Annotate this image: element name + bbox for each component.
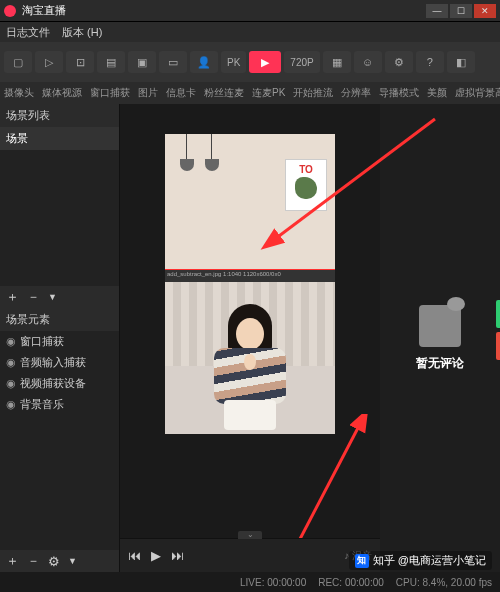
poster-decoration: TO: [285, 159, 327, 211]
source-item[interactable]: ◉音频输入捕获: [0, 352, 119, 373]
menu-file[interactable]: 日志文件: [6, 25, 50, 40]
card-icon[interactable]: ▭: [159, 51, 187, 73]
remove-source-button[interactable]: －: [27, 552, 40, 570]
lamp-decoration-icon: [205, 134, 219, 174]
pk-button[interactable]: PK: [221, 51, 246, 73]
live-status: LIVE: 00:00:00: [240, 577, 306, 588]
next-button[interactable]: ⏭: [171, 548, 184, 563]
user-icon[interactable]: 👤: [190, 51, 218, 73]
image-icon[interactable]: ▣: [128, 51, 156, 73]
add-source-button[interactable]: ＋: [6, 552, 19, 570]
source-item[interactable]: ◉视频捕获设备: [0, 373, 119, 394]
main-area: 场景列表 场景 ＋ － ▼ 场景元素 ◉窗口捕获 ◉音频输入捕获 ◉视频捕获设备…: [0, 104, 500, 572]
visibility-icon[interactable]: ◉: [6, 356, 16, 369]
playback-bar: ⌄ ⏮ ▶ ⏭ ♪ 混音: [120, 538, 380, 572]
collapse-icon[interactable]: ⌄: [238, 531, 262, 539]
remove-scene-button[interactable]: －: [27, 288, 40, 306]
tb-label: 媒体视源: [42, 86, 82, 100]
toolbar-labels-row: 摄像头 媒体视源 窗口捕获 图片 信息卡 粉丝连麦 连麦PK 开始推流 分辨率 …: [0, 82, 500, 104]
scenes-panel-title: 场景列表: [0, 104, 119, 127]
beauty-icon[interactable]: ☺: [354, 51, 382, 73]
source-settings-button[interactable]: ⚙: [48, 554, 60, 569]
tb-label: 虚拟背景高级设置: [455, 86, 500, 100]
resolution-button[interactable]: 720P: [284, 51, 319, 73]
toolbar: ▢ ▷ ⊡ ▤ ▣ ▭ 👤 PK ▶ 720P ▦ ☺ ⚙ ? ◧: [0, 42, 500, 82]
tb-label: 窗口捕获: [90, 86, 130, 100]
tb-label: 图片: [138, 86, 158, 100]
window-buttons: — ☐ ✕: [426, 4, 496, 18]
left-sidebar: 场景列表 场景 ＋ － ▼ 场景元素 ◉窗口捕获 ◉音频输入捕获 ◉视频捕获设备…: [0, 104, 120, 572]
preview-bottom-region: [165, 282, 335, 434]
menu-version[interactable]: 版本 (H): [62, 25, 102, 40]
cpu-status: CPU: 8.4%, 20.00 fps: [396, 577, 492, 588]
prev-button[interactable]: ⏮: [128, 548, 141, 563]
layer-icon[interactable]: ▤: [97, 51, 125, 73]
source-item[interactable]: ◉背景音乐: [0, 394, 119, 415]
play-button[interactable]: ▶: [151, 548, 161, 563]
camera-icon[interactable]: ▢: [4, 51, 32, 73]
leaf-icon: [295, 177, 317, 199]
source-controls: ＋ － ⚙ ▼: [0, 550, 119, 572]
status-bar: LIVE: 00:00:00 REC: 00:00:00 CPU: 8.4%, …: [0, 572, 500, 592]
scenes-list: 场景: [0, 127, 119, 150]
visibility-icon[interactable]: ◉: [6, 377, 16, 390]
stream-preview[interactable]: TO add_subtract_en.jpg 1:1040 1120x600/0…: [165, 134, 335, 434]
preview-area: TO add_subtract_en.jpg 1:1040 1120x600/0…: [120, 104, 380, 572]
source-info-label: add_subtract_en.jpg 1:1040 1120x600/0x0: [165, 270, 335, 282]
sources-list: ◉窗口捕获 ◉音频输入捕获 ◉视频捕获设备 ◉背景音乐: [0, 331, 119, 415]
no-comments-text: 暂无评论: [416, 355, 464, 372]
visibility-icon[interactable]: ◉: [6, 398, 16, 411]
window-title: 淘宝直播: [22, 3, 426, 18]
start-stream-button[interactable]: ▶: [249, 51, 281, 73]
source-item[interactable]: ◉窗口捕获: [0, 331, 119, 352]
lamp-decoration-icon: [180, 134, 194, 174]
titlebar: 淘宝直播 — ☐ ✕: [0, 0, 500, 22]
person-figure: [210, 304, 290, 434]
tb-label: 摄像头: [4, 86, 34, 100]
preview-top-region: TO: [165, 134, 335, 269]
tb-label: 信息卡: [166, 86, 196, 100]
settings-icon[interactable]: ⚙: [385, 51, 413, 73]
zhihu-watermark: 知 知乎 @电商运营小笔记: [349, 551, 492, 570]
tb-label: 粉丝连麦: [204, 86, 244, 100]
minimize-button[interactable]: —: [426, 4, 448, 18]
menu-bar: 日志文件 版本 (H): [0, 22, 500, 42]
comments-panel: 暂无评论: [380, 104, 500, 572]
director-icon[interactable]: ▦: [323, 51, 351, 73]
app-logo-icon: [4, 5, 16, 17]
add-scene-button[interactable]: ＋: [6, 288, 19, 306]
svg-line-1: [300, 424, 360, 539]
audio-level-indicator: [496, 300, 500, 328]
tb-label: 导播模式: [379, 86, 419, 100]
zhihu-logo-icon: 知: [355, 554, 369, 568]
close-button[interactable]: ✕: [474, 4, 496, 18]
tb-label: 美颜: [427, 86, 447, 100]
source-menu-button[interactable]: ▼: [68, 556, 77, 566]
audio-level-indicator: [496, 332, 500, 360]
control-icon[interactable]: ◧: [447, 51, 475, 73]
scene-item[interactable]: 场景: [0, 127, 119, 150]
poster-text: TO: [299, 164, 313, 175]
rec-status: REC: 00:00:00: [318, 577, 384, 588]
play-icon[interactable]: ▷: [35, 51, 63, 73]
scene-menu-button[interactable]: ▼: [48, 292, 57, 302]
sources-panel-title: 场景元素: [0, 308, 119, 331]
tb-label: 分辨率: [341, 86, 371, 100]
comment-placeholder-icon: [419, 305, 461, 347]
monitor-icon[interactable]: ⊡: [66, 51, 94, 73]
maximize-button[interactable]: ☐: [450, 4, 472, 18]
tb-label: 开始推流: [293, 86, 333, 100]
help-icon[interactable]: ?: [416, 51, 444, 73]
tb-label: 连麦PK: [252, 86, 285, 100]
watermark-text: 知乎 @电商运营小笔记: [373, 553, 486, 568]
scene-controls: ＋ － ▼: [0, 286, 119, 308]
visibility-icon[interactable]: ◉: [6, 335, 16, 348]
